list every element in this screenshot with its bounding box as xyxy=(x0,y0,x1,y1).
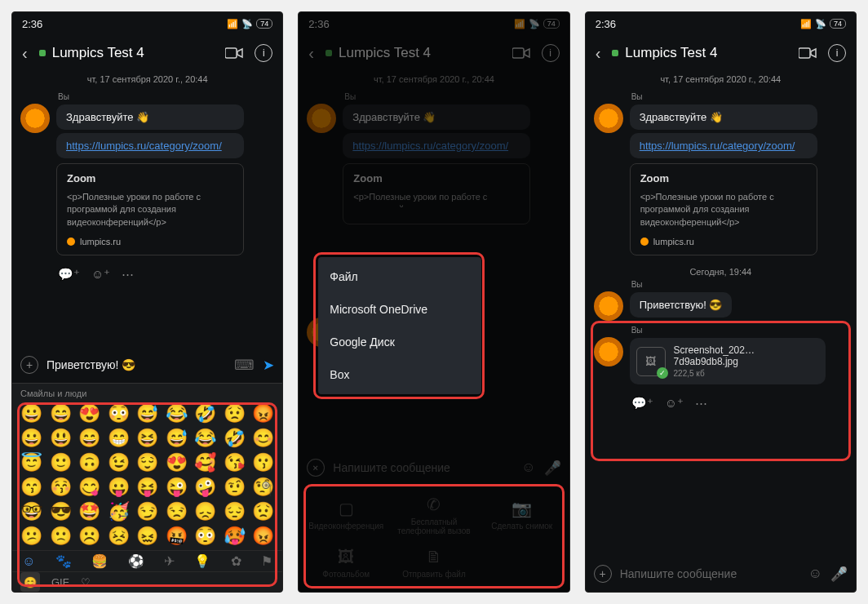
avatar[interactable] xyxy=(594,337,623,366)
emoji-key[interactable]: 😉 xyxy=(108,452,130,473)
emoji-key[interactable]: 😍 xyxy=(166,452,188,473)
send-button[interactable]: ➤ xyxy=(263,357,274,374)
emoji-key[interactable]: 😳 xyxy=(194,526,216,547)
emoji-key[interactable]: 😖 xyxy=(136,526,158,547)
emoji-key[interactable]: 😎 xyxy=(50,501,72,522)
menu-item-box[interactable]: Box xyxy=(318,358,481,391)
emoji-key[interactable]: 🥵 xyxy=(224,526,246,547)
emoji-key[interactable]: 😝 xyxy=(136,477,158,498)
emoji-key[interactable]: 😀 xyxy=(20,403,42,424)
emoji-key[interactable]: 😅 xyxy=(166,428,188,449)
emoji-key[interactable]: 😡 xyxy=(252,403,274,424)
emoji-key[interactable]: 😜 xyxy=(166,477,188,498)
emoji-key[interactable]: 🤪 xyxy=(194,477,216,498)
emoji-button[interactable]: ☺ xyxy=(808,566,822,582)
react-icon[interactable]: ☺⁺ xyxy=(665,396,684,411)
chat-scroll[interactable]: Вы Здравствуйте 👋 https://lumpics.ru/cat… xyxy=(586,87,856,556)
avatar[interactable] xyxy=(594,104,623,133)
emoji-key[interactable]: 😃 xyxy=(50,428,72,449)
emoji-key[interactable]: 🤬 xyxy=(166,526,188,547)
more-icon[interactable]: ⋯ xyxy=(695,396,707,411)
emoji-key[interactable]: 😚 xyxy=(50,477,72,498)
video-call-icon[interactable] xyxy=(225,47,243,59)
emoji-key[interactable]: 😂 xyxy=(194,428,216,449)
mic-button[interactable]: 🎤 xyxy=(830,566,848,583)
emoji-key[interactable]: 😔 xyxy=(224,501,246,522)
emoji-key[interactable]: 😟 xyxy=(224,403,246,424)
emoji-key[interactable]: 😄 xyxy=(78,428,100,449)
emoji-key[interactable]: 😊 xyxy=(252,428,274,449)
emoji-key[interactable]: 😋 xyxy=(78,477,100,498)
sticker-key[interactable]: ♡ xyxy=(81,576,91,588)
emoji-key[interactable]: 🙂 xyxy=(50,452,72,473)
emoji-key[interactable]: 🧐 xyxy=(252,477,274,498)
composer-input[interactable]: Приветствую! 😎 xyxy=(46,358,226,371)
composer-input[interactable]: Напишите сообщение xyxy=(620,567,800,580)
emoji-tab-animals-icon[interactable]: 🐾 xyxy=(55,553,72,569)
message-bubble[interactable]: Здравствуйте 👋 xyxy=(630,104,817,130)
emoji-key[interactable]: 😙 xyxy=(20,477,42,498)
emoji-key[interactable]: 😞 xyxy=(194,501,216,522)
emoji-key[interactable]: 😕 xyxy=(20,526,42,547)
menu-item-file[interactable]: Файл xyxy=(318,260,481,293)
message-bubble[interactable]: Здравствуйте 👋 xyxy=(56,104,244,130)
emoji-tab-activity-icon[interactable]: ⚽ xyxy=(128,553,144,569)
emoji-key[interactable]: 😘 xyxy=(224,452,246,473)
emoji-key[interactable]: 🥰 xyxy=(194,452,216,473)
emoji-key[interactable]: 😄 xyxy=(50,403,72,424)
gif-key[interactable]: GIF xyxy=(51,576,69,588)
message-bubble[interactable]: Приветствую! 😎 xyxy=(630,292,733,318)
info-icon[interactable]: i xyxy=(828,44,846,62)
emoji-key[interactable]: 😣 xyxy=(108,526,130,547)
emoji-key[interactable]: 😅 xyxy=(136,403,158,424)
avatar[interactable] xyxy=(594,291,623,321)
reply-icon[interactable]: 💬⁺ xyxy=(58,267,80,282)
emoji-key[interactable]: 🙁 xyxy=(50,526,72,547)
avatar[interactable] xyxy=(20,104,50,133)
info-icon[interactable]: i xyxy=(255,44,272,62)
emoji-key[interactable]: 😀 xyxy=(20,428,42,449)
back-button[interactable]: ‹ xyxy=(596,44,601,63)
emoji-tab-flags-icon[interactable]: ⚑ xyxy=(261,553,272,569)
emoji-key[interactable]: 😏 xyxy=(136,501,158,522)
chat-scroll[interactable]: Вы Здравствуйте 👋 https://lumpics.ru/cat… xyxy=(12,87,282,347)
attach-button[interactable]: + xyxy=(20,356,38,374)
emoji-key[interactable]: 😌 xyxy=(136,452,158,473)
emoji-key[interactable]: 😗 xyxy=(252,452,274,473)
emoji-key[interactable]: 😆 xyxy=(136,428,158,449)
emoji-key[interactable]: 😒 xyxy=(166,501,188,522)
message-bubble-link[interactable]: https://lumpics.ru/category/zoom/ xyxy=(630,133,817,158)
more-icon[interactable]: ⋯ xyxy=(122,267,134,282)
emoji-mode-key[interactable]: 😊 xyxy=(20,572,40,592)
emoji-key[interactable]: 😟 xyxy=(252,501,274,522)
emoji-key[interactable]: 😂 xyxy=(166,403,188,424)
link-preview-card[interactable]: Zoom <p>Полезные уроки по работе с прогр… xyxy=(630,163,817,255)
emoji-tab-food-icon[interactable]: 🍔 xyxy=(91,553,108,569)
menu-item-onedrive[interactable]: Microsoft OneDrive xyxy=(318,293,481,326)
message-bubble-link[interactable]: https://lumpics.ru/category/zoom/ xyxy=(56,133,244,158)
emoji-key[interactable]: 😳 xyxy=(108,403,130,424)
emoji-key[interactable]: 🤣 xyxy=(224,428,246,449)
reply-icon[interactable]: 💬⁺ xyxy=(631,396,653,411)
emoji-tab-travel-icon[interactable]: ✈ xyxy=(164,553,175,569)
emoji-tab-objects-icon[interactable]: 💡 xyxy=(194,553,210,569)
emoji-key[interactable]: 😛 xyxy=(108,477,130,498)
emoji-key[interactable]: 🤩 xyxy=(78,501,100,522)
message-link[interactable]: https://lumpics.ru/category/zoom/ xyxy=(640,140,795,152)
emoji-key[interactable]: 🥳 xyxy=(108,501,130,522)
emoji-key[interactable]: 😇 xyxy=(20,452,42,473)
emoji-tab-smileys-icon[interactable]: ☺ xyxy=(22,554,35,569)
video-call-icon[interactable] xyxy=(799,47,817,59)
menu-item-google-drive[interactable]: Google Диск xyxy=(318,326,481,358)
file-message[interactable]: 🖼 ✓ Screenshot_202…7d9ab9db8.jpg 222,5 к… xyxy=(630,338,826,384)
react-icon[interactable]: ☺⁺ xyxy=(91,267,110,282)
emoji-key[interactable]: 😁 xyxy=(108,428,130,449)
message-link[interactable]: https://lumpics.ru/category/zoom/ xyxy=(66,140,222,152)
emoji-key[interactable]: 🤨 xyxy=(224,477,246,498)
emoji-key[interactable]: ☹️ xyxy=(78,526,100,547)
emoji-tab-symbols-icon[interactable]: ✿ xyxy=(231,553,241,569)
emoji-key[interactable]: 🤣 xyxy=(194,403,216,424)
emoji-key[interactable]: 🤓 xyxy=(20,501,42,522)
attach-button[interactable]: + xyxy=(594,565,612,583)
emoji-key[interactable]: 😍 xyxy=(78,403,100,424)
